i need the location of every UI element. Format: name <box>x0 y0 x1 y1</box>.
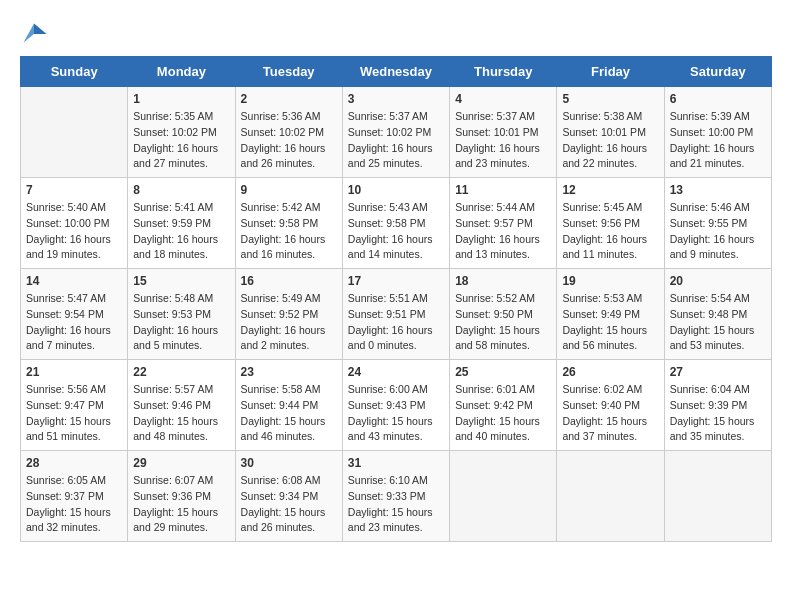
day-number: 25 <box>455 365 551 379</box>
day-cell <box>557 451 664 542</box>
day-info: Sunrise: 6:00 AM Sunset: 9:43 PM Dayligh… <box>348 382 444 445</box>
day-info: Sunrise: 5:47 AM Sunset: 9:54 PM Dayligh… <box>26 291 122 354</box>
day-cell: 28Sunrise: 6:05 AM Sunset: 9:37 PM Dayli… <box>21 451 128 542</box>
day-cell: 16Sunrise: 5:49 AM Sunset: 9:52 PM Dayli… <box>235 269 342 360</box>
day-info: Sunrise: 5:57 AM Sunset: 9:46 PM Dayligh… <box>133 382 229 445</box>
day-cell <box>21 87 128 178</box>
day-number: 18 <box>455 274 551 288</box>
day-info: Sunrise: 5:46 AM Sunset: 9:55 PM Dayligh… <box>670 200 766 263</box>
day-info: Sunrise: 5:39 AM Sunset: 10:00 PM Daylig… <box>670 109 766 172</box>
header-cell-sunday: Sunday <box>21 57 128 87</box>
day-number: 17 <box>348 274 444 288</box>
day-cell: 27Sunrise: 6:04 AM Sunset: 9:39 PM Dayli… <box>664 360 771 451</box>
day-info: Sunrise: 6:04 AM Sunset: 9:39 PM Dayligh… <box>670 382 766 445</box>
day-cell: 2Sunrise: 5:36 AM Sunset: 10:02 PM Dayli… <box>235 87 342 178</box>
day-cell: 6Sunrise: 5:39 AM Sunset: 10:00 PM Dayli… <box>664 87 771 178</box>
logo <box>20 20 52 48</box>
day-number: 3 <box>348 92 444 106</box>
header-cell-tuesday: Tuesday <box>235 57 342 87</box>
day-info: Sunrise: 5:36 AM Sunset: 10:02 PM Daylig… <box>241 109 337 172</box>
week-row-5: 28Sunrise: 6:05 AM Sunset: 9:37 PM Dayli… <box>21 451 772 542</box>
week-row-4: 21Sunrise: 5:56 AM Sunset: 9:47 PM Dayli… <box>21 360 772 451</box>
calendar-table: SundayMondayTuesdayWednesdayThursdayFrid… <box>20 56 772 542</box>
day-number: 28 <box>26 456 122 470</box>
day-info: Sunrise: 5:40 AM Sunset: 10:00 PM Daylig… <box>26 200 122 263</box>
calendar-body: 1Sunrise: 5:35 AM Sunset: 10:02 PM Dayli… <box>21 87 772 542</box>
svg-marker-1 <box>24 24 35 43</box>
day-cell <box>450 451 557 542</box>
day-cell: 7Sunrise: 5:40 AM Sunset: 10:00 PM Dayli… <box>21 178 128 269</box>
day-number: 27 <box>670 365 766 379</box>
day-number: 22 <box>133 365 229 379</box>
day-number: 7 <box>26 183 122 197</box>
day-number: 10 <box>348 183 444 197</box>
day-number: 20 <box>670 274 766 288</box>
header-row: SundayMondayTuesdayWednesdayThursdayFrid… <box>21 57 772 87</box>
day-info: Sunrise: 5:51 AM Sunset: 9:51 PM Dayligh… <box>348 291 444 354</box>
day-cell: 18Sunrise: 5:52 AM Sunset: 9:50 PM Dayli… <box>450 269 557 360</box>
day-info: Sunrise: 5:37 AM Sunset: 10:01 PM Daylig… <box>455 109 551 172</box>
calendar-header: SundayMondayTuesdayWednesdayThursdayFrid… <box>21 57 772 87</box>
day-info: Sunrise: 6:07 AM Sunset: 9:36 PM Dayligh… <box>133 473 229 536</box>
day-info: Sunrise: 6:02 AM Sunset: 9:40 PM Dayligh… <box>562 382 658 445</box>
day-cell: 15Sunrise: 5:48 AM Sunset: 9:53 PM Dayli… <box>128 269 235 360</box>
day-number: 24 <box>348 365 444 379</box>
day-cell: 14Sunrise: 5:47 AM Sunset: 9:54 PM Dayli… <box>21 269 128 360</box>
day-info: Sunrise: 5:37 AM Sunset: 10:02 PM Daylig… <box>348 109 444 172</box>
day-cell: 4Sunrise: 5:37 AM Sunset: 10:01 PM Dayli… <box>450 87 557 178</box>
day-info: Sunrise: 6:05 AM Sunset: 9:37 PM Dayligh… <box>26 473 122 536</box>
day-number: 2 <box>241 92 337 106</box>
day-cell: 19Sunrise: 5:53 AM Sunset: 9:49 PM Dayli… <box>557 269 664 360</box>
day-cell: 5Sunrise: 5:38 AM Sunset: 10:01 PM Dayli… <box>557 87 664 178</box>
day-cell: 11Sunrise: 5:44 AM Sunset: 9:57 PM Dayli… <box>450 178 557 269</box>
week-row-2: 7Sunrise: 5:40 AM Sunset: 10:00 PM Dayli… <box>21 178 772 269</box>
day-cell: 3Sunrise: 5:37 AM Sunset: 10:02 PM Dayli… <box>342 87 449 178</box>
day-number: 16 <box>241 274 337 288</box>
day-cell: 8Sunrise: 5:41 AM Sunset: 9:59 PM Daylig… <box>128 178 235 269</box>
day-cell: 25Sunrise: 6:01 AM Sunset: 9:42 PM Dayli… <box>450 360 557 451</box>
day-cell: 1Sunrise: 5:35 AM Sunset: 10:02 PM Dayli… <box>128 87 235 178</box>
day-info: Sunrise: 5:53 AM Sunset: 9:49 PM Dayligh… <box>562 291 658 354</box>
day-cell: 29Sunrise: 6:07 AM Sunset: 9:36 PM Dayli… <box>128 451 235 542</box>
day-cell: 10Sunrise: 5:43 AM Sunset: 9:58 PM Dayli… <box>342 178 449 269</box>
day-cell: 21Sunrise: 5:56 AM Sunset: 9:47 PM Dayli… <box>21 360 128 451</box>
header-cell-saturday: Saturday <box>664 57 771 87</box>
day-number: 15 <box>133 274 229 288</box>
day-cell: 26Sunrise: 6:02 AM Sunset: 9:40 PM Dayli… <box>557 360 664 451</box>
day-number: 6 <box>670 92 766 106</box>
day-number: 19 <box>562 274 658 288</box>
day-cell: 9Sunrise: 5:42 AM Sunset: 9:58 PM Daylig… <box>235 178 342 269</box>
day-info: Sunrise: 6:01 AM Sunset: 9:42 PM Dayligh… <box>455 382 551 445</box>
day-number: 29 <box>133 456 229 470</box>
header-cell-wednesday: Wednesday <box>342 57 449 87</box>
day-info: Sunrise: 5:56 AM Sunset: 9:47 PM Dayligh… <box>26 382 122 445</box>
day-number: 4 <box>455 92 551 106</box>
day-info: Sunrise: 5:54 AM Sunset: 9:48 PM Dayligh… <box>670 291 766 354</box>
day-info: Sunrise: 5:44 AM Sunset: 9:57 PM Dayligh… <box>455 200 551 263</box>
day-cell: 17Sunrise: 5:51 AM Sunset: 9:51 PM Dayli… <box>342 269 449 360</box>
day-number: 11 <box>455 183 551 197</box>
day-info: Sunrise: 5:52 AM Sunset: 9:50 PM Dayligh… <box>455 291 551 354</box>
day-number: 14 <box>26 274 122 288</box>
day-number: 21 <box>26 365 122 379</box>
week-row-3: 14Sunrise: 5:47 AM Sunset: 9:54 PM Dayli… <box>21 269 772 360</box>
day-info: Sunrise: 5:35 AM Sunset: 10:02 PM Daylig… <box>133 109 229 172</box>
header-cell-thursday: Thursday <box>450 57 557 87</box>
week-row-1: 1Sunrise: 5:35 AM Sunset: 10:02 PM Dayli… <box>21 87 772 178</box>
day-info: Sunrise: 5:41 AM Sunset: 9:59 PM Dayligh… <box>133 200 229 263</box>
day-info: Sunrise: 6:08 AM Sunset: 9:34 PM Dayligh… <box>241 473 337 536</box>
day-number: 8 <box>133 183 229 197</box>
day-cell: 22Sunrise: 5:57 AM Sunset: 9:46 PM Dayli… <box>128 360 235 451</box>
header-cell-monday: Monday <box>128 57 235 87</box>
svg-marker-0 <box>34 24 47 35</box>
day-number: 1 <box>133 92 229 106</box>
header-cell-friday: Friday <box>557 57 664 87</box>
day-number: 12 <box>562 183 658 197</box>
day-info: Sunrise: 5:38 AM Sunset: 10:01 PM Daylig… <box>562 109 658 172</box>
day-number: 31 <box>348 456 444 470</box>
logo-icon <box>20 20 48 48</box>
day-cell: 13Sunrise: 5:46 AM Sunset: 9:55 PM Dayli… <box>664 178 771 269</box>
day-info: Sunrise: 5:43 AM Sunset: 9:58 PM Dayligh… <box>348 200 444 263</box>
day-number: 23 <box>241 365 337 379</box>
day-info: Sunrise: 5:45 AM Sunset: 9:56 PM Dayligh… <box>562 200 658 263</box>
